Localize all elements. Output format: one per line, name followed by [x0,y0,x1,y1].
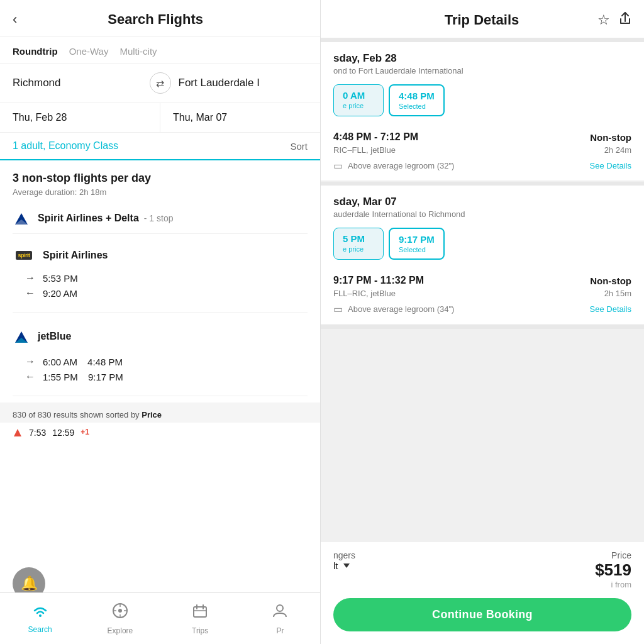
outbound-legroom-row: ▭ Above average legroom (32") See Detail… [333,160,631,172]
origin-city[interactable]: Richmond [13,77,142,89]
outbound-see-details[interactable]: See Details [590,161,631,170]
return-time-range: 9:17 PM - 11:32 PM [333,275,424,286]
swap-button[interactable]: ⇄ [150,72,171,94]
return-see-details[interactable]: See Details [590,304,631,314]
spirit-section: spirit Spirit Airlines → 5:53 PM ← 9:20 … [0,240,320,306]
dates-row: Thu, Feb 28 Thu, Mar 07 [0,103,320,133]
nav-trips[interactable]: Trips [160,602,240,635]
seat-icon: ▭ [333,160,343,172]
swap-icon: ⇄ [156,77,164,89]
depart-arrow-icon: → [25,272,35,284]
depart-date[interactable]: Thu, Feb 28 [0,103,160,132]
jetblue-logo-icon [13,328,30,345]
return-stop-type: Non-stop [590,275,631,286]
spirit-flight-times: → 5:53 PM ← 9:20 AM [13,268,308,306]
search-header: ‹ Search Flights [0,0,320,37]
trip-scroll-area[interactable]: sday, Feb 28 ond to Fort Lauderdale Inte… [321,38,644,541]
destination-city[interactable]: Fort Lauderdale I [179,77,308,89]
continue-booking-button[interactable]: Continue Booking [333,598,631,631]
outbound-chip-1-label: Selected [399,103,435,110]
jetblue-airline-name: jetBlue [38,331,71,342]
trips-nav-label: Trips [192,626,208,635]
booking-bar: ngers lt Price $519 i from Continue Book… [321,541,644,644]
outbound-chips-row: 0 AM e price 4:48 PM Selected [321,78,644,123]
outbound-route-line: 4:48 PM - 7:12 PM Non-stop [333,131,631,143]
bottom-nav: Search Explore [0,592,320,644]
booking-bar-top: ngers lt Price $519 i from [333,550,631,589]
divider-3 [13,396,308,396]
return-duration: 2h 15m [604,289,631,298]
nav-search[interactable]: Search [0,603,80,634]
return-route-line: 9:17 PM - 11:32 PM Non-stop [333,275,631,286]
svg-point-16 [277,605,283,611]
jetblue-section: jetBlue → 6:00 AM 4:48 PM ← 1:55 PM 9:17… [0,319,320,389]
passengers-info: ngers lt [333,550,355,571]
partial-flight-row[interactable]: 7:53 12:59 +1 [0,423,320,443]
outbound-chip-0-time: 0 AM [343,90,374,101]
outbound-time-range: 4:48 PM - 7:12 PM [333,131,418,143]
partial-tag: +1 [80,428,89,438]
return-chip-0[interactable]: 5 PM e price [333,228,384,260]
jetblue-depart-row: → 6:00 AM 4:48 PM [25,354,295,369]
multi-city-option[interactable]: Multi-city [119,46,157,57]
return-chip-0-time: 5 PM [343,233,374,244]
search-nav-label: Search [28,625,52,634]
return-chip-1[interactable]: 9:17 PM Selected [389,228,445,260]
profile-nav-label: Pr [276,626,284,635]
jetblue-return-time: 1:55 PM 9:17 PM [43,372,123,382]
airline-stop: - 1 stop [144,213,174,223]
back-button[interactable]: ‹ [13,11,17,28]
jetblue-return-arrow-icon: ← [25,371,35,382]
trips-nav-icon [191,602,209,624]
return-day-header: sday, Mar 07 auderdale International to … [321,186,644,221]
outbound-duration: 2h 24m [604,145,631,155]
outbound-day-title: sday, Feb 28 [333,52,631,65]
trip-type-row: Roundtrip One-Way Multi-city [0,37,320,64]
bell-icon: 🔔 [21,575,38,592]
favorite-icon[interactable]: ☆ [597,12,610,28]
return-chip-1-label: Selected [399,246,435,253]
price-value: $519 [595,560,631,580]
return-chips-row: 5 PM e price 9:17 PM Selected [321,221,644,266]
outbound-chip-1-time: 4:48 PM [399,91,435,101]
spirit-depart-row: → 5:53 PM [25,270,295,286]
divider-1 [13,233,308,234]
return-chip-0-label: e price [343,245,374,253]
results-count-row: 830 of 830 results shown sorted by Price [0,402,320,423]
return-route-code: FLL–RIC, jetBlue [333,289,396,298]
roundtrip-option[interactable]: Roundtrip [13,46,58,57]
outbound-chip-0[interactable]: 0 AM e price [333,84,384,116]
spirit-delta-section: Spirit Airlines + Delta - 1 stop [0,201,320,227]
outbound-chip-1[interactable]: 4:48 PM Selected [389,84,445,116]
jetblue-depart-arrow-icon: → [25,356,35,367]
price-label: Price [595,550,631,560]
price-info: Price $519 i from [595,550,631,589]
delta-logo-icon [13,209,30,227]
divider-2 [13,312,308,313]
return-route-subtitle: auderdale International to Richmond [333,209,631,219]
share-icon[interactable] [619,11,631,29]
return-date[interactable]: Thu, Mar 07 [160,103,320,132]
outbound-flight-card: 4:48 PM - 7:12 PM Non-stop RIC–FLL, jetB… [321,123,644,180]
sort-button[interactable]: Sort [290,141,308,152]
passengers-label: ngers [333,550,355,560]
trip-title: Trip Details [366,12,597,28]
passengers-label[interactable]: 1 adult, Economy Class [13,140,290,152]
nav-profile[interactable]: Pr [240,602,320,635]
airline-name-row: Spirit Airlines + Delta - 1 stop [38,213,174,224]
return-route-code-line: FLL–RIC, jetBlue 2h 15m [333,289,631,298]
results-subtitle: Average duration: 2h 18m [13,187,308,197]
nav-explore[interactable]: Explore [80,602,160,635]
airline-header-jetblue: jetBlue [13,328,308,345]
one-way-option[interactable]: One-Way [69,46,109,57]
from-label: i from [595,580,631,589]
outbound-day-header: sday, Feb 28 ond to Fort Lauderdale Inte… [321,42,644,78]
left-panel: ‹ Search Flights Roundtrip One-Way Multi… [0,0,321,644]
bottom-spacer [321,325,644,329]
spirit-airline-name: Spirit Airlines [43,250,108,261]
share-svg-icon [619,11,631,25]
seat2-icon: ▭ [333,303,343,315]
spirit-logo-icon: spirit [13,249,35,262]
explore-nav-icon [111,602,129,624]
airline-indicator-icon [13,428,23,438]
